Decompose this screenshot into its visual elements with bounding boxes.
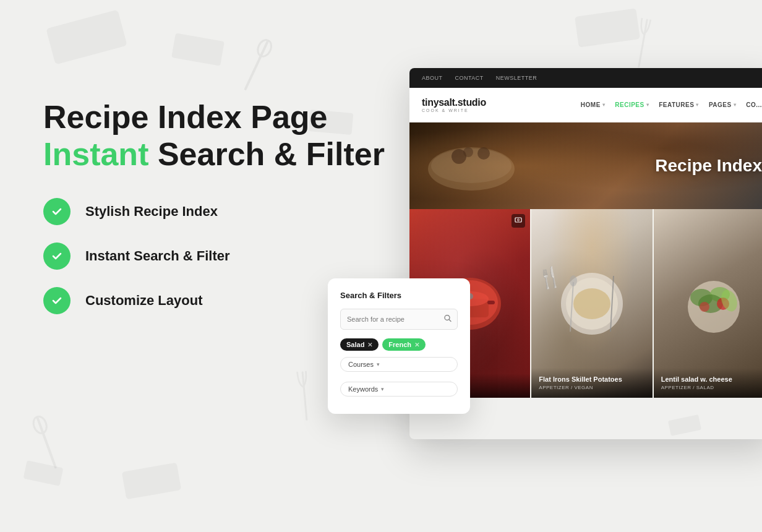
feature-text-3: Customize Layout — [85, 293, 202, 309]
svg-point-25 — [570, 275, 577, 286]
card-title-2: Flat Irons Skillet Potatoes — [539, 375, 644, 383]
plate-icon — [552, 264, 632, 344]
brand-tagline: Cook & Write — [422, 108, 486, 113]
browser-topnav: About Contact Newsletter — [409, 68, 762, 88]
svg-point-22 — [573, 288, 610, 319]
courses-filter-button[interactable]: Courses ▾ — [340, 357, 458, 372]
svg-point-9 — [477, 147, 490, 160]
bg-shape — [122, 463, 181, 500]
tag-french[interactable]: French ✕ — [382, 338, 426, 351]
bg-shape — [46, 9, 127, 64]
card-overlay-3: Lentil salad w. cheese Appetizer / Salad — [654, 368, 762, 398]
feature-item-search: Instant Search & Filter — [43, 242, 390, 270]
search-filter-panel: Search & Filters Salad ✕ French ✕ Course… — [328, 278, 470, 414]
tag-salad[interactable]: Salad ✕ — [340, 338, 379, 351]
topnav-newsletter[interactable]: Newsletter — [496, 75, 537, 81]
keywords-label: Keywords — [348, 385, 378, 393]
check-icon-2 — [43, 242, 71, 270]
courses-arrow-icon: ▾ — [377, 361, 380, 367]
nav-more[interactable]: CO... — [746, 101, 762, 108]
card-icon-1 — [512, 214, 525, 228]
card-overlay-2: Flat Irons Skillet Potatoes Appetizer / … — [531, 368, 652, 398]
headline-green: Instant — [43, 136, 148, 172]
main-nav-links: HOME ▾ RECIPES ▾ FEATURES ▾ PAGES ▾ CO..… — [581, 101, 762, 108]
feature-item-stylish: Stylish Recipe Index — [43, 198, 390, 225]
check-icon-1 — [43, 198, 71, 225]
bg-shape — [575, 8, 640, 47]
check-icon-3 — [43, 287, 71, 314]
fork-decoration: 🍴 — [536, 264, 564, 291]
topnav-about[interactable]: About — [422, 75, 443, 81]
svg-point-10 — [463, 147, 473, 157]
search-icon — [444, 315, 452, 324]
headline-line1: Recipe Index Page — [43, 99, 328, 135]
svg-rect-16 — [487, 301, 495, 304]
hero-title: Recipe Index — [655, 156, 762, 176]
keywords-filter-button[interactable]: Keywords ▾ — [340, 382, 458, 397]
card-title-3: Lentil salad w. cheese — [661, 375, 762, 383]
svg-line-34 — [449, 320, 451, 322]
svg-rect-2 — [36, 416, 58, 469]
bg-shape — [171, 33, 225, 66]
browser-mainnav: tinysalt.studio Cook & Write HOME ▾ RECI… — [409, 88, 762, 122]
nav-pages[interactable]: PAGES ▾ — [709, 101, 736, 108]
courses-label: Courses — [348, 361, 374, 368]
tag-french-label: French — [388, 341, 411, 348]
svg-point-19 — [518, 219, 520, 221]
hero-section: Recipe Index — [409, 122, 762, 209]
bg-shape — [24, 460, 64, 486]
salad-icon — [677, 267, 751, 341]
recipe-card-2[interactable]: 🍴 Flat Irons Skillet Potatoes Appetizer … — [531, 209, 652, 398]
keywords-arrow-icon: ▾ — [381, 386, 384, 392]
feature-text-1: Stylish Recipe Index — [85, 204, 218, 220]
svg-point-1 — [255, 38, 274, 59]
card-category-3: Appetizer / Salad — [661, 385, 762, 390]
search-input-wrap — [340, 309, 458, 330]
main-headline: Recipe Index Page Instant Search & Filte… — [43, 99, 390, 173]
utensil-decoration — [236, 36, 276, 94]
feature-text-2: Instant Search & Filter — [85, 248, 230, 264]
tag-salad-label: Salad — [346, 341, 364, 348]
brand-name: tinysalt.studio — [422, 97, 486, 108]
search-input[interactable] — [340, 309, 458, 330]
hero-food-decoration — [422, 135, 546, 197]
svg-rect-4 — [638, 19, 648, 67]
tag-french-close[interactable]: ✕ — [414, 341, 419, 348]
svg-point-3 — [32, 414, 49, 435]
svg-point-31 — [700, 302, 709, 312]
filter-buttons-group: Courses ▾ Keywords ▾ — [340, 357, 458, 401]
tag-salad-close[interactable]: ✕ — [367, 341, 372, 348]
utensil-decoration-4 — [295, 371, 315, 421]
card-category-2: Appetizer / Vegan — [539, 385, 644, 390]
search-panel-title: Search & Filters — [340, 291, 458, 300]
nav-home[interactable]: HOME ▾ — [581, 101, 606, 108]
utensil-decoration-2 — [28, 413, 65, 472]
active-tags-row: Salad ✕ French ✕ — [340, 338, 458, 351]
nav-recipes[interactable]: RECIPES ▾ — [615, 101, 649, 108]
utensil-decoration-3 — [631, 17, 655, 69]
brand: tinysalt.studio Cook & Write — [422, 97, 486, 113]
nav-features[interactable]: FEATURES ▾ — [659, 101, 699, 108]
svg-rect-18 — [515, 218, 521, 222]
svg-rect-5 — [302, 371, 308, 421]
headline-rest: Search & Filter — [148, 136, 384, 172]
svg-rect-0 — [244, 39, 270, 90]
recipe-card-3[interactable]: Lentil salad w. cheese Appetizer / Salad — [654, 209, 762, 398]
topnav-contact[interactable]: Contact — [455, 75, 484, 81]
